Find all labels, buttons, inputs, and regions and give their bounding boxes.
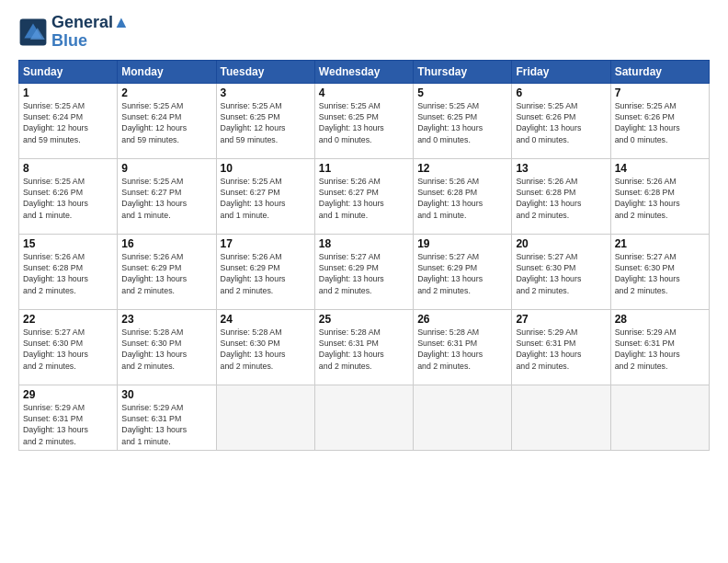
day-cell-17: 17Sunrise: 5:26 AM Sunset: 6:29 PM Dayli…	[216, 234, 314, 309]
col-sunday: Sunday	[19, 60, 118, 83]
day-cell-14: 14Sunrise: 5:26 AM Sunset: 6:28 PM Dayli…	[610, 158, 709, 234]
day-number-14: 14	[615, 162, 705, 175]
day-number-10: 10	[221, 162, 311, 175]
day-cell-13: 13Sunrise: 5:26 AM Sunset: 6:28 PM Dayli…	[512, 158, 610, 234]
logo: General▲ Blue	[18, 14, 130, 51]
logo-text: General▲ Blue	[51, 14, 130, 51]
day-cell-3: 3Sunrise: 5:25 AM Sunset: 6:25 PM Daylig…	[216, 83, 314, 158]
day-info-28: Sunrise: 5:29 AM Sunset: 6:31 PM Dayligh…	[615, 327, 705, 372]
day-info-2: Sunrise: 5:25 AM Sunset: 6:24 PM Dayligh…	[121, 100, 211, 145]
day-number-17: 17	[221, 237, 311, 250]
day-info-12: Sunrise: 5:26 AM Sunset: 6:28 PM Dayligh…	[417, 176, 507, 221]
day-cell-5: 5Sunrise: 5:25 AM Sunset: 6:25 PM Daylig…	[414, 83, 512, 158]
day-cell-25: 25Sunrise: 5:28 AM Sunset: 6:31 PM Dayli…	[314, 309, 413, 385]
day-number-13: 13	[516, 162, 606, 175]
day-info-3: Sunrise: 5:25 AM Sunset: 6:25 PM Dayligh…	[221, 100, 311, 145]
col-thursday: Thursday	[414, 60, 512, 83]
day-info-24: Sunrise: 5:28 AM Sunset: 6:30 PM Dayligh…	[221, 327, 311, 372]
day-cell-10: 10Sunrise: 5:25 AM Sunset: 6:27 PM Dayli…	[216, 158, 314, 234]
day-cell-1: 1Sunrise: 5:25 AM Sunset: 6:24 PM Daylig…	[19, 83, 118, 158]
day-number-9: 9	[121, 162, 211, 175]
day-cell-29: 29Sunrise: 5:29 AM Sunset: 6:31 PM Dayli…	[19, 385, 118, 450]
day-cell-18: 18Sunrise: 5:27 AM Sunset: 6:29 PM Dayli…	[314, 234, 413, 309]
day-cell-7: 7Sunrise: 5:25 AM Sunset: 6:26 PM Daylig…	[610, 83, 709, 158]
day-cell-9: 9Sunrise: 5:25 AM Sunset: 6:27 PM Daylig…	[118, 158, 216, 234]
day-cell-28: 28Sunrise: 5:29 AM Sunset: 6:31 PM Dayli…	[610, 309, 709, 385]
day-number-2: 2	[121, 86, 211, 99]
day-info-4: Sunrise: 5:25 AM Sunset: 6:25 PM Dayligh…	[319, 100, 409, 145]
day-number-29: 29	[23, 388, 113, 401]
logo-line1: General▲	[51, 14, 130, 32]
empty-cell	[314, 385, 413, 450]
day-cell-20: 20Sunrise: 5:27 AM Sunset: 6:30 PM Dayli…	[512, 234, 610, 309]
day-info-29: Sunrise: 5:29 AM Sunset: 6:31 PM Dayligh…	[23, 402, 113, 447]
day-cell-8: 8Sunrise: 5:25 AM Sunset: 6:26 PM Daylig…	[19, 158, 118, 234]
empty-cell	[610, 385, 709, 450]
day-cell-27: 27Sunrise: 5:29 AM Sunset: 6:31 PM Dayli…	[512, 309, 610, 385]
day-number-23: 23	[121, 313, 211, 326]
col-monday: Monday	[118, 60, 216, 83]
col-tuesday: Tuesday	[216, 60, 314, 83]
day-number-3: 3	[221, 86, 311, 99]
header: General▲ Blue	[18, 14, 710, 51]
day-cell-26: 26Sunrise: 5:28 AM Sunset: 6:31 PM Dayli…	[414, 309, 512, 385]
page: General▲ Blue Sunday Monday Tuesday Wedn…	[0, 0, 728, 563]
day-number-15: 15	[23, 237, 113, 250]
day-info-15: Sunrise: 5:26 AM Sunset: 6:28 PM Dayligh…	[23, 251, 113, 296]
day-cell-4: 4Sunrise: 5:25 AM Sunset: 6:25 PM Daylig…	[314, 83, 413, 158]
day-number-27: 27	[516, 313, 606, 326]
calendar-header-row: Sunday Monday Tuesday Wednesday Thursday…	[19, 60, 710, 83]
day-cell-11: 11Sunrise: 5:26 AM Sunset: 6:27 PM Dayli…	[314, 158, 413, 234]
day-info-14: Sunrise: 5:26 AM Sunset: 6:28 PM Dayligh…	[615, 176, 705, 221]
day-cell-21: 21Sunrise: 5:27 AM Sunset: 6:30 PM Dayli…	[610, 234, 709, 309]
day-info-6: Sunrise: 5:25 AM Sunset: 6:26 PM Dayligh…	[516, 100, 606, 145]
day-number-24: 24	[221, 313, 311, 326]
day-info-5: Sunrise: 5:25 AM Sunset: 6:25 PM Dayligh…	[417, 100, 507, 145]
day-info-9: Sunrise: 5:25 AM Sunset: 6:27 PM Dayligh…	[121, 176, 211, 221]
day-cell-6: 6Sunrise: 5:25 AM Sunset: 6:26 PM Daylig…	[512, 83, 610, 158]
day-info-7: Sunrise: 5:25 AM Sunset: 6:26 PM Dayligh…	[615, 100, 705, 145]
day-cell-24: 24Sunrise: 5:28 AM Sunset: 6:30 PM Dayli…	[216, 309, 314, 385]
day-number-11: 11	[319, 162, 409, 175]
day-number-4: 4	[319, 86, 409, 99]
day-info-11: Sunrise: 5:26 AM Sunset: 6:27 PM Dayligh…	[319, 176, 409, 221]
day-number-19: 19	[417, 237, 507, 250]
day-number-1: 1	[23, 86, 113, 99]
day-info-18: Sunrise: 5:27 AM Sunset: 6:29 PM Dayligh…	[319, 251, 409, 296]
day-number-6: 6	[516, 86, 606, 99]
day-number-26: 26	[417, 313, 507, 326]
day-number-12: 12	[417, 162, 507, 175]
day-info-1: Sunrise: 5:25 AM Sunset: 6:24 PM Dayligh…	[23, 100, 113, 145]
day-info-10: Sunrise: 5:25 AM Sunset: 6:27 PM Dayligh…	[221, 176, 311, 221]
day-info-20: Sunrise: 5:27 AM Sunset: 6:30 PM Dayligh…	[516, 251, 606, 296]
day-number-21: 21	[615, 237, 705, 250]
day-cell-23: 23Sunrise: 5:28 AM Sunset: 6:30 PM Dayli…	[118, 309, 216, 385]
day-cell-12: 12Sunrise: 5:26 AM Sunset: 6:28 PM Dayli…	[414, 158, 512, 234]
day-info-30: Sunrise: 5:29 AM Sunset: 6:31 PM Dayligh…	[121, 402, 211, 447]
day-cell-15: 15Sunrise: 5:26 AM Sunset: 6:28 PM Dayli…	[19, 234, 118, 309]
day-cell-16: 16Sunrise: 5:26 AM Sunset: 6:29 PM Dayli…	[118, 234, 216, 309]
logo-icon	[18, 17, 48, 47]
day-info-26: Sunrise: 5:28 AM Sunset: 6:31 PM Dayligh…	[417, 327, 507, 372]
day-info-19: Sunrise: 5:27 AM Sunset: 6:29 PM Dayligh…	[417, 251, 507, 296]
day-cell-30: 30Sunrise: 5:29 AM Sunset: 6:31 PM Dayli…	[118, 385, 216, 450]
day-number-30: 30	[121, 388, 211, 401]
day-info-16: Sunrise: 5:26 AM Sunset: 6:29 PM Dayligh…	[121, 251, 211, 296]
col-wednesday: Wednesday	[314, 60, 413, 83]
day-info-22: Sunrise: 5:27 AM Sunset: 6:30 PM Dayligh…	[23, 327, 113, 372]
calendar-table: Sunday Monday Tuesday Wednesday Thursday…	[18, 60, 710, 451]
day-number-16: 16	[121, 237, 211, 250]
day-number-28: 28	[615, 313, 705, 326]
day-number-8: 8	[23, 162, 113, 175]
day-cell-22: 22Sunrise: 5:27 AM Sunset: 6:30 PM Dayli…	[19, 309, 118, 385]
day-number-7: 7	[615, 86, 705, 99]
col-friday: Friday	[512, 60, 610, 83]
day-number-18: 18	[319, 237, 409, 250]
empty-cell	[414, 385, 512, 450]
day-info-21: Sunrise: 5:27 AM Sunset: 6:30 PM Dayligh…	[615, 251, 705, 296]
empty-cell	[512, 385, 610, 450]
logo-line2: Blue	[51, 32, 130, 51]
day-number-22: 22	[23, 313, 113, 326]
col-saturday: Saturday	[610, 60, 709, 83]
day-info-13: Sunrise: 5:26 AM Sunset: 6:28 PM Dayligh…	[516, 176, 606, 221]
